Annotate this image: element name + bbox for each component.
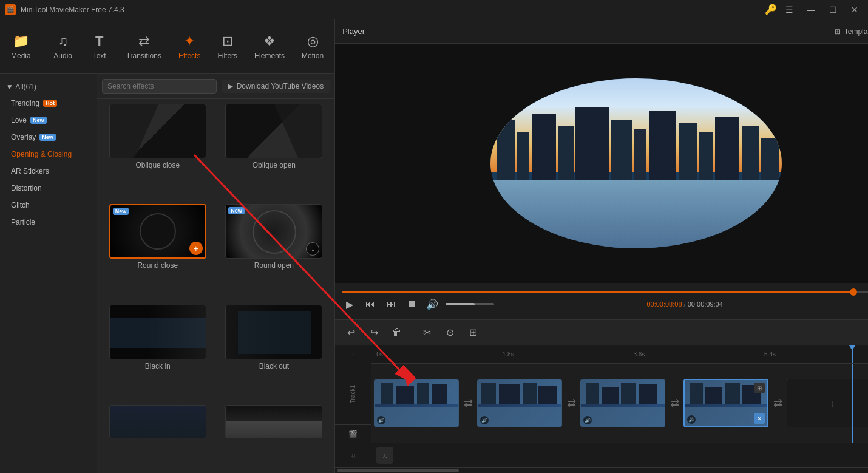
toolbar-effects[interactable]: ✦ Effects [170,29,209,65]
search-input[interactable] [102,79,217,94]
svg-rect-7 [238,311,311,354]
effect-oblique-close-thumb [109,104,206,158]
play-button[interactable]: ▶ [342,297,357,311]
filters-icon: ⊡ [222,33,233,49]
toolbar-motion[interactable]: ◎ Motion [293,29,332,65]
close-button[interactable]: ✕ [846,4,863,16]
crop-button[interactable]: ⊞ [464,324,481,341]
svg-rect-11 [517,132,529,180]
svg-marker-0 [110,104,158,158]
effect-oblique-close[interactable]: Oblique close [102,104,214,199]
scrollbar-thumb[interactable] [337,469,459,472]
toolbar-audio[interactable]: ♫ Audio [45,29,81,65]
clip-2-thumb [478,379,561,427]
player-controls: ▶ ⏮ ⏭ ⏹ 🔊 00:00:08:08 / 00:00:09:04 [335,283,868,319]
clip-3-thumb [581,379,665,427]
svg-rect-13 [558,126,574,180]
svg-rect-28 [375,407,459,427]
download-youtube-button[interactable]: ▶ Download YouTube Videos [222,80,330,93]
svg-rect-24 [381,383,393,404]
effect-oblique-open[interactable]: Oblique open [219,104,330,199]
svg-rect-3 [110,318,206,348]
svg-rect-42 [690,383,703,404]
svg-rect-9 [226,421,322,438]
svg-rect-4 [110,305,206,318]
playhead[interactable] [852,345,853,363]
maximize-button[interactable]: ☐ [824,4,841,16]
redo-button[interactable]: ↪ [365,324,382,341]
effect-partial-2[interactable] [219,405,330,441]
category-overlay[interactable]: Overlay New [0,129,97,146]
download-slot-icon[interactable]: ↓ [830,397,835,410]
volume-fill [446,303,475,305]
audio-icon: ♫ [58,33,68,49]
undo-button[interactable]: ↩ [342,324,359,341]
category-distortion[interactable]: Distortion [0,180,97,197]
effect-partial-1[interactable] [102,405,214,441]
clip-4-effect-delete[interactable]: ✕ [754,413,765,424]
volume-button[interactable]: 🔊 [425,297,439,311]
effect-black-out[interactable]: Black out [219,305,330,400]
transition-1[interactable]: ⇄ [459,379,477,427]
next-frame-button[interactable]: ⏭ [384,297,398,311]
clip-4[interactable]: 🔊 ⊞ ✕ [683,379,768,427]
category-love[interactable]: Love New [0,112,97,129]
category-particle[interactable]: Particle [0,214,97,231]
svg-rect-38 [621,383,636,404]
effect-round-open-thumb: New ↓ [225,204,322,259]
svg-rect-15 [611,120,632,180]
transition-2[interactable]: ⇄ [562,379,580,427]
category-trending[interactable]: Trending Hot [0,95,97,112]
category-glitch[interactable]: Glitch [0,197,97,214]
effect-round-close[interactable]: New + Round close [102,204,214,299]
motion-icon: ◎ [307,33,319,49]
player-title: Player [342,27,829,36]
add-track-button[interactable]: + [335,345,371,364]
minimize-button[interactable]: — [802,4,819,16]
horizontal-scrollbar[interactable] [335,467,868,473]
options-button[interactable]: ☰ [781,4,798,16]
progress-bar[interactable] [342,291,868,293]
toolbar-filters[interactable]: ⊡ Filters [209,29,246,65]
clip-2[interactable]: 🔊 [477,379,562,427]
clip-3[interactable]: 🔊 [580,379,665,427]
transition-3[interactable]: ⇄ [665,379,683,427]
audio-track-icon[interactable]: ♫ [376,447,393,464]
video-track-icon[interactable]: 🎬 [348,430,358,438]
svg-point-2 [253,211,296,253]
effects-search-bar: ▶ Download YouTube Videos [97,74,334,99]
svg-rect-25 [396,386,414,404]
svg-rect-31 [499,384,520,404]
track-icons: 🎬 [335,424,371,443]
volume-slider[interactable] [446,303,494,305]
effect-black-in[interactable]: Black in [102,305,214,400]
delete-button[interactable]: 🗑 [388,324,405,341]
toolbar-media[interactable]: 📁 Media [2,29,39,65]
transition-4[interactable]: ⇄ [768,379,787,427]
category-ar-stickers[interactable]: AR Stickers [0,163,97,180]
audio-detach-button[interactable]: ⊙ [441,324,458,341]
svg-rect-14 [575,107,609,180]
round-close-add-btn[interactable]: + [189,242,203,255]
effect-round-open[interactable]: New ↓ Round open [219,204,330,299]
cut-button[interactable]: ✂ [418,324,435,341]
clip-1[interactable]: 🔊 [374,379,459,427]
stop-button[interactable]: ⏹ [404,297,419,311]
toolbar-transitions[interactable]: ⇄ Transitions [118,29,170,65]
video-track: 🔊 ⇄ [371,364,868,443]
template-button[interactable]: ⊞ Template [829,25,868,38]
progress-handle[interactable] [850,288,857,296]
category-all[interactable]: ▼ All(61) [0,79,97,95]
audio-track-label: ♫ [335,443,371,467]
progress-fill [342,291,853,293]
svg-rect-17 [649,111,676,180]
toolbar-elements[interactable]: ❖ Elements [246,29,293,65]
prev-frame-button[interactable]: ⏮ [363,297,378,311]
svg-rect-16 [634,129,646,180]
track1-label: Track1 [350,385,356,403]
svg-rect-36 [586,383,599,404]
round-circle [140,213,176,250]
category-opening-closing[interactable]: Opening & Closing [0,146,97,163]
toolbar-text[interactable]: T Text [81,29,118,65]
player-header: Player ⊞ Template ↑ Export [335,19,868,44]
